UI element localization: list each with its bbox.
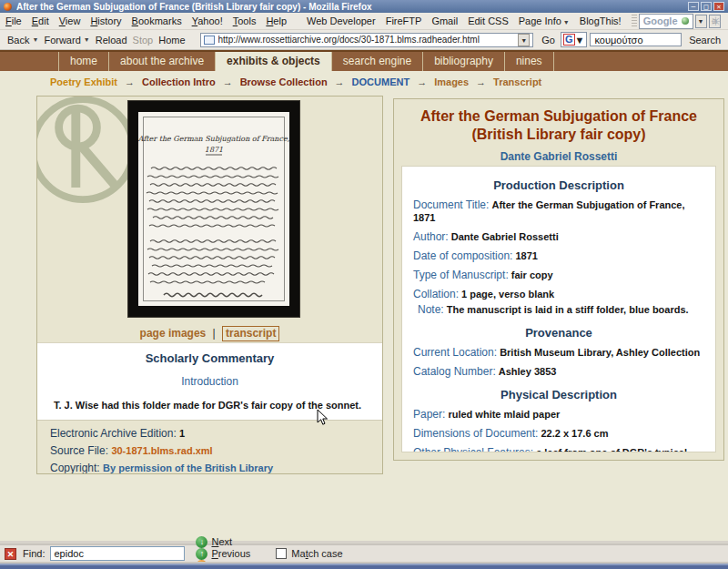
svg-text:1871: 1871	[205, 146, 223, 154]
google-search-box[interactable]: Google	[639, 14, 693, 29]
url-text[interactable]: http://www.rossettiarchive.org/docs/30-1…	[218, 35, 519, 45]
forward-button[interactable]: Forward▼	[44, 35, 89, 46]
meta-value: 1	[179, 428, 185, 439]
menu-file[interactable]: File	[5, 15, 22, 26]
field-label: Date of composition:	[413, 249, 512, 262]
menu-fireftp[interactable]: FireFTP	[386, 15, 422, 26]
commentary-heading: Scholarly Commentary	[37, 351, 382, 365]
breadcrumb-arrow-icon: →	[417, 76, 427, 87]
standard-menus: FileEditViewHistoryBookmarksYahoo!ToolsH…	[5, 15, 297, 26]
reload-button[interactable]: Reload	[96, 35, 127, 46]
go-button[interactable]: Go	[541, 35, 555, 46]
breadcrumb-browse-collection[interactable]: Browse Collection	[240, 76, 328, 87]
breadcrumb-document[interactable]: DOCUMENT	[352, 76, 410, 87]
field-label: Note:	[418, 303, 444, 316]
field-value: British Museum Library, Ashley Collectio…	[500, 347, 700, 358]
breadcrumb-transcript[interactable]: Transcript	[493, 76, 541, 87]
tab-bibliography[interactable]: bibliography	[422, 52, 504, 71]
description-row-note: Note: The manuscript is laid in a stiff …	[413, 303, 704, 316]
match-case-label[interactable]: Match case	[291, 548, 342, 559]
minimize-icon[interactable]: –	[688, 2, 699, 11]
extension-menus: Web DeveloperFireFTPGmailEdit CSSPage In…	[307, 15, 632, 26]
chevron-down-icon[interactable]: ▼	[32, 36, 38, 43]
menu-blogthis[interactable]: BlogThis!	[580, 15, 622, 26]
maximize-icon[interactable]: □	[701, 2, 712, 11]
field-value: Dante Gabriel Rossetti	[451, 231, 559, 242]
breadcrumb-collection-intro[interactable]: Collection Intro	[142, 76, 216, 87]
breadcrumb-poetry-exhibit[interactable]: Poetry Exhibit	[50, 76, 117, 87]
find-label: Find:	[23, 548, 45, 559]
magnifier-orb-icon	[682, 17, 689, 25]
meta-value[interactable]: By permission of the British Library	[103, 462, 273, 473]
description-row-dimensions-of-document: Dimensions of Document: 22.2 x 17.6 cm	[413, 427, 704, 440]
menu-bookmarks[interactable]: Bookmarks	[132, 15, 182, 26]
arrow-up-icon: ↑	[196, 548, 207, 560]
page-images-link[interactable]: page images	[140, 327, 207, 340]
url-bar[interactable]: http://www.rossettiarchive.org/docs/30-1…	[200, 33, 534, 47]
navigation-toolbar: Back▼ Forward▼ Reload Stop Home http://w…	[0, 30, 728, 50]
menu-edit[interactable]: Edit	[32, 15, 49, 26]
breadcrumb-arrow-icon: →	[476, 76, 486, 87]
menu-page-info[interactable]: Page Info▼	[519, 15, 570, 26]
search-engine-selector[interactable]: G ▼	[561, 32, 587, 47]
tab-search-engine[interactable]: search engine	[331, 52, 422, 71]
home-button[interactable]: Home	[158, 35, 185, 46]
menu-history[interactable]: History	[90, 15, 121, 26]
menu-web-developer[interactable]: Web Developer	[307, 15, 376, 26]
search-button[interactable]: Search	[689, 35, 721, 46]
find-button-label: Next	[211, 536, 232, 547]
find-next-button[interactable]: ↓Next	[196, 536, 263, 548]
image-view-links: page images | transcript	[37, 327, 382, 340]
toolbar-grip-icon[interactable]	[632, 15, 637, 27]
menu-yahoo[interactable]: Yahoo!	[192, 15, 223, 26]
breadcrumb: Poetry Exhibit→Collection Intro→Browse C…	[50, 76, 541, 87]
meta-value[interactable]: 30-1871.blms.rad.xml	[111, 445, 212, 456]
google-logo: Google	[643, 15, 678, 26]
field-value: Ashley 3853	[499, 366, 557, 377]
back-button[interactable]: Back▼	[7, 35, 38, 46]
google-g-icon: G	[563, 34, 575, 46]
chevron-down-icon[interactable]: ▼	[575, 35, 585, 46]
field-value: 1 page, verso blank	[461, 289, 554, 300]
commentary-subheading[interactable]: Introduction	[37, 375, 382, 388]
close-icon[interactable]: ✕	[713, 2, 724, 11]
description-row-paper: Paper: ruled white mlaid paper	[413, 408, 704, 421]
search-input[interactable]: κουμούτσο	[590, 33, 682, 46]
chevron-down-icon: ▼	[563, 19, 570, 25]
tab-exhibits-objects[interactable]: exhibits & objects	[215, 52, 331, 71]
find-previous-button[interactable]: ↑Previous	[196, 548, 263, 560]
page-content: Poetry Exhibit→Collection Intro→Browse C…	[0, 71, 728, 544]
url-history-dropdown-icon[interactable]: ▼	[518, 34, 530, 46]
match-case-checkbox[interactable]	[276, 548, 287, 559]
menu-help[interactable]: Help	[266, 15, 287, 26]
field-value: fair copy	[511, 269, 553, 280]
section-heading-production-description: Production Description	[413, 178, 704, 192]
field-label: Author:	[413, 230, 449, 243]
google-dropdown-icon[interactable]: ▼	[695, 15, 707, 28]
chevron-down-icon[interactable]: ▼	[84, 36, 90, 43]
find-input[interactable]	[50, 546, 185, 561]
stop-button: Stop	[133, 35, 154, 46]
menu-tools[interactable]: Tools	[233, 15, 257, 26]
breadcrumb-images[interactable]: Images	[434, 76, 469, 87]
tab-home[interactable]: home	[58, 52, 108, 71]
link-separator: |	[213, 327, 216, 340]
svg-text:After the German Subjugation o: After the German Subjugation of France,	[138, 135, 289, 143]
tab-about-the-archive[interactable]: about the archive	[108, 52, 215, 71]
arrow-down-icon: ↓	[196, 536, 207, 548]
meta-label: Source File:	[50, 444, 108, 457]
mouse-cursor-icon	[317, 409, 329, 426]
menu-view[interactable]: View	[59, 15, 81, 26]
transcript-link[interactable]: transcript	[222, 326, 279, 341]
menu-edit-css[interactable]: Edit CSS	[468, 15, 509, 26]
field-label: Paper:	[413, 408, 445, 421]
menu-gmail[interactable]: Gmail	[431, 15, 458, 26]
throbber-icon: ✳	[711, 15, 721, 28]
manuscript-page: After the German Subjugation of France, …	[138, 112, 289, 306]
manuscript-page-image[interactable]: After the German Subjugation of France, …	[128, 101, 299, 317]
field-label: Current Location:	[413, 346, 497, 359]
scholarly-commentary-section: Scholarly Commentary Introduction T. J. …	[37, 342, 382, 420]
find-close-icon[interactable]: ✕	[5, 548, 16, 560]
breadcrumb-arrow-icon: →	[125, 76, 135, 87]
tab-nines[interactable]: nines	[504, 52, 554, 71]
